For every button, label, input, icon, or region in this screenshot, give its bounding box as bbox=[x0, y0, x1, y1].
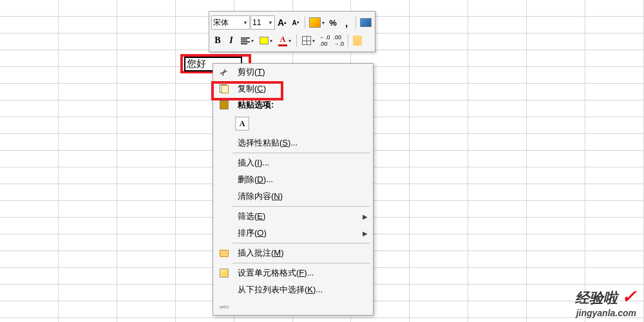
comment-icon bbox=[220, 250, 229, 257]
copy-icon bbox=[220, 84, 229, 93]
watermark: 经验啦 ✓ jingyanla.com bbox=[575, 286, 636, 318]
font-color-button[interactable]: A▾ bbox=[276, 33, 294, 48]
menu-format-cells[interactable]: 设置单元格格式(F)... bbox=[213, 265, 373, 281]
menu-comment[interactable]: 插入批注(M) bbox=[213, 245, 373, 261]
chevron-right-icon: ▶ bbox=[363, 230, 368, 237]
mini-toolbar: 宋体▼ 11▼ A▴ A▾ ▾ % , B I ▾ ▾ A▾ ▾ ←.0.00 … bbox=[209, 11, 375, 52]
menu-sort[interactable]: 排序(O) ▶ bbox=[213, 225, 373, 242]
shrink-font-button[interactable]: A▾ bbox=[289, 15, 302, 30]
number-format-icon bbox=[360, 18, 372, 27]
menu-cut[interactable]: ✂ 剪切(T) bbox=[213, 64, 373, 80]
italic-button[interactable]: I bbox=[225, 33, 238, 48]
context-menu: ✂ 剪切(T) 复制(C) 粘贴选项: A 选择性粘贴(S)... 插入(I).… bbox=[213, 63, 374, 316]
cell-text: 您好 bbox=[187, 58, 206, 69]
inc-decimal-icon: ←.0.00 bbox=[319, 34, 330, 47]
paste-options-row: A bbox=[213, 113, 373, 135]
font-color-icon: A bbox=[278, 35, 287, 46]
styles-icon bbox=[309, 17, 321, 28]
font-name-select[interactable]: 宋体▼ bbox=[211, 15, 250, 30]
menu-delete[interactable]: 删除(D)... bbox=[213, 171, 373, 188]
painter-icon bbox=[353, 35, 362, 46]
number-format-button[interactable] bbox=[359, 15, 373, 30]
format-icon bbox=[220, 269, 229, 278]
menu-copy[interactable]: 复制(C) bbox=[213, 80, 373, 97]
chevron-right-icon: ▶ bbox=[363, 213, 368, 220]
menu-clear[interactable]: 清除内容(N) bbox=[213, 188, 373, 205]
grow-font-button[interactable]: A▴ bbox=[276, 15, 289, 30]
dec-decimal-icon: .00→.0 bbox=[334, 34, 345, 47]
menu-filter[interactable]: 筛选(E) ▶ bbox=[213, 208, 373, 225]
menu-paste-options-header: 粘贴选项: bbox=[213, 97, 373, 113]
menu-phonetic[interactable]: wén bbox=[213, 298, 373, 315]
decrease-decimal-button[interactable]: .00→.0 bbox=[332, 33, 346, 48]
clipboard-icon bbox=[220, 100, 229, 109]
align-button[interactable]: ▾ bbox=[238, 33, 256, 48]
menu-dropdown-list[interactable]: 从下拉列表中选择(K)... bbox=[213, 281, 373, 298]
menu-paste-special[interactable]: 选择性粘贴(S)... bbox=[213, 135, 373, 151]
increase-decimal-button[interactable]: ←.0.00 bbox=[318, 33, 332, 48]
phonetic-icon: wén bbox=[220, 304, 229, 310]
borders-button[interactable]: ▾ bbox=[299, 33, 317, 48]
fill-color-button[interactable]: ▾ bbox=[257, 33, 275, 48]
percent-button[interactable]: % bbox=[327, 15, 339, 30]
fill-icon bbox=[260, 37, 269, 44]
format-painter-button[interactable] bbox=[351, 33, 364, 48]
cell-styles-button[interactable]: ▾ bbox=[308, 15, 326, 30]
scissors-icon: ✂ bbox=[218, 66, 231, 79]
align-icon bbox=[241, 37, 250, 44]
comma-button[interactable]: , bbox=[340, 15, 353, 30]
menu-insert[interactable]: 插入(I)... bbox=[213, 155, 373, 171]
font-size-select[interactable]: 11▼ bbox=[251, 15, 275, 30]
paste-values-button[interactable]: A bbox=[235, 117, 249, 131]
bold-button[interactable]: B bbox=[211, 33, 224, 48]
check-icon: ✓ bbox=[621, 287, 636, 307]
borders-icon bbox=[302, 36, 311, 45]
